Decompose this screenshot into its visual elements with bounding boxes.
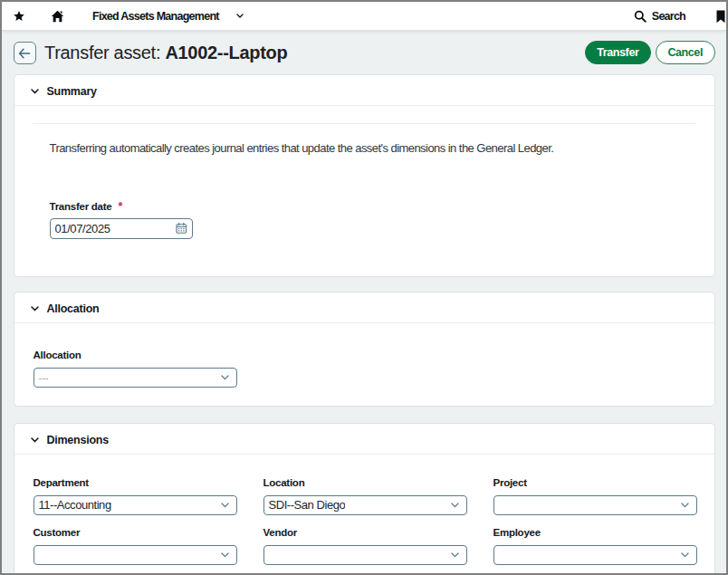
summary-inner: Transferring automatically creates journ… [50,141,695,239]
dimension-select-chevron-icon [221,503,229,508]
dimension-select-department[interactable]: 11--Accounting [34,495,237,515]
dimension-label-project: Project [493,476,697,490]
dimension-field: Vendor [263,526,467,565]
dimension-select-chevron-icon [681,503,689,508]
dimensions-section-body: Department 11--Accounting Location SDI--… [14,455,714,575]
page-content: Transfer asset: A1002--Laptop Transfer C… [2,42,726,575]
app-menu-label[interactable]: Fixed Assets Management [92,10,219,23]
summary-section: Summary Transferring automatically creat… [14,74,715,278]
dimension-label-customer: Customer [34,526,237,540]
dimension-field: Project [493,476,697,515]
dimensions-grid: Department 11--Accounting Location SDI--… [34,476,695,566]
transfer-date-label: Transfer date [50,201,112,212]
dimensions-section-header[interactable]: Dimensions [14,424,714,455]
summary-info-text: Transferring automatically creates journ… [50,141,695,155]
transfer-date-input-group [50,218,193,239]
dimension-label-vendor: Vendor [263,526,467,540]
dimension-select-project[interactable] [493,495,697,515]
allocation-label: Allocation [34,349,695,362]
dimension-select-customer[interactable] [34,545,237,565]
dimension-select-chevron-icon [681,552,689,558]
dimensions-section: Dimensions Department 11--Accounting Loc… [14,423,715,575]
asset-name: A1002--Laptop [165,43,287,62]
dimension-field: Employee [493,526,697,565]
dimension-label-employee: Employee [493,526,697,540]
allocation-section-body: Allocation --- [14,323,714,406]
transfer-button[interactable]: Transfer [585,41,651,64]
bookmark-icon[interactable] [716,10,725,24]
dimensions-section-title: Dimensions [47,434,109,446]
dimension-select-value: SDI--San Diego [269,498,346,512]
app-menu-chevron-down-icon[interactable] [236,14,244,18]
dimension-select-location[interactable]: SDI--San Diego [263,495,467,515]
allocation-collapse-chevron-icon[interactable] [31,306,39,311]
cancel-button[interactable]: Cancel [656,41,715,64]
dimension-label-location: Location [263,476,467,490]
dimension-select-chevron-icon [221,552,229,558]
dimension-select-employee[interactable] [493,545,697,565]
home-icon[interactable] [51,9,64,23]
dimension-select-vendor[interactable] [263,545,467,565]
dimension-select-chevron-icon [451,503,459,508]
search-button[interactable]: Search [634,10,685,23]
summary-divider [34,123,695,124]
page-header: Transfer asset: A1002--Laptop Transfer C… [14,42,715,64]
dimension-select-chevron-icon [451,552,459,558]
dimension-field: Department 11--Accounting [34,476,237,515]
favorites-star-icon[interactable] [13,9,25,23]
dimension-label-department: Department [34,476,237,490]
allocation-section-header[interactable]: Allocation [14,292,714,323]
dimension-field: Location SDI--San Diego [263,476,467,515]
top-navigation-bar: Fixed Assets Management Search [2,2,726,31]
allocation-select-chevron-icon [221,375,229,380]
page-title: Transfer asset: A1002--Laptop [44,43,287,63]
summary-collapse-chevron-icon[interactable] [31,89,39,94]
transfer-date-input[interactable] [50,218,193,239]
arrow-left-icon [18,48,31,59]
search-label: Search [652,10,685,23]
transfer-date-field: Transfer date* [50,197,695,239]
dimensions-collapse-chevron-icon[interactable] [31,437,39,443]
allocation-select[interactable]: --- [34,368,237,388]
allocation-select-value: --- [39,372,49,383]
dimension-select-value: 11--Accounting [39,498,111,512]
header-actions: Transfer Cancel [585,41,715,64]
summary-section-header[interactable]: Summary [14,75,714,106]
required-marker: * [118,200,122,213]
summary-section-body: Transferring automatically creates journ… [14,123,714,239]
topbar-right-group: Search [634,8,725,24]
summary-section-title: Summary [47,85,97,98]
app-window: Fixed Assets Management Search Transfer … [0,0,728,575]
dimension-field: Customer [34,526,237,565]
search-icon [634,10,647,23]
back-button[interactable] [14,42,37,64]
allocation-section-title: Allocation [47,302,100,315]
allocation-section: Allocation Allocation --- [14,292,715,407]
